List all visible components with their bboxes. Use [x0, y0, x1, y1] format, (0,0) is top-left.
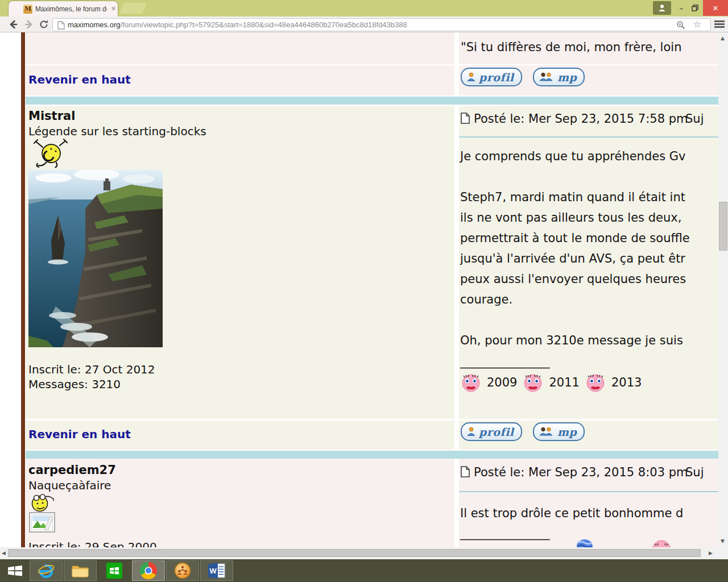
url-path: /forum/viewtopic.php?t=57925&start=1880&…	[120, 20, 407, 29]
scrollbar-corner	[718, 547, 728, 559]
url-domain: maximomes.org	[68, 20, 120, 29]
post-icon	[461, 466, 470, 477]
vertical-scrollbar[interactable]: ▲ ▼	[718, 32, 728, 547]
body-line: ils ne vont pas ailleurs tous les deux,	[460, 207, 690, 228]
forum-page: "Si tu diffères de moi, mon frère, loin …	[0, 32, 718, 547]
pink-face-icon	[585, 372, 606, 393]
svg-text:W: W	[210, 567, 217, 575]
scroll-left-icon[interactable]: ◀	[2, 551, 6, 556]
signature-divider: _______________	[460, 355, 550, 368]
taskbar-item-chrome[interactable]	[132, 560, 165, 581]
post-author-name: Mistral	[28, 109, 75, 123]
address-bar[interactable]: maximomes.org/forum/viewtopic.php?t=5792…	[52, 18, 711, 31]
body-line: Steph7, mardi matin quand il était int	[460, 187, 690, 207]
site-favicon-icon: M	[23, 5, 32, 14]
blue-smiley-partial-icon	[576, 538, 593, 547]
post-body-text: Je comprends que tu appréhendes Gv Steph…	[460, 146, 690, 351]
post-separator-band	[26, 97, 718, 105]
profil-button[interactable]: profil	[461, 68, 522, 86]
person-icon	[658, 4, 666, 12]
signature-year: 2011	[549, 376, 579, 389]
profil-button[interactable]: profil	[461, 422, 522, 441]
reload-icon	[39, 19, 49, 30]
post-author-name: carpediem27	[28, 463, 116, 477]
post-author-joined: Inscrit le: 29 Sep 2000	[28, 540, 157, 547]
back-to-top-link[interactable]: Revenir en haut	[28, 427, 131, 441]
screen: M Maximômes, le forum des ✕ – ✕	[0, 0, 728, 582]
body-line: Je comprends que tu appréhendes Gv	[460, 146, 690, 167]
scroll-right-icon[interactable]: ▶	[709, 551, 713, 556]
post-author-cell: Mistral Légende sur les starting-blocks	[26, 106, 454, 419]
profile-avatar-button[interactable]	[653, 1, 671, 15]
pink-smiley-partial-icon	[651, 539, 672, 547]
post-body-cell: Posté le: Mer Sep 23, 2015 7:58 pm Suj J…	[459, 106, 718, 419]
taskbar-item-file-explorer[interactable]	[64, 560, 97, 581]
reload-button[interactable]	[38, 18, 50, 31]
windows-logo-icon	[8, 565, 23, 576]
taskbar-item-word[interactable]: W	[200, 560, 233, 581]
taskbar-item-notes[interactable]	[166, 560, 199, 581]
prev-post-body-cell: "Si tu diffères de moi, mon frère, loin	[459, 32, 718, 64]
two-persons-icon	[539, 72, 554, 82]
back-row-right: profil mp	[459, 65, 718, 95]
back-button[interactable]	[7, 18, 19, 31]
scroll-up-icon[interactable]: ▲	[721, 36, 725, 41]
body-line: peux aussi l'envoyer quelques heures	[460, 269, 690, 289]
mp-button-label: mp	[557, 71, 577, 84]
page-icon	[57, 21, 65, 30]
body-line: Oh, pour mon 3210e message je suis	[460, 330, 690, 351]
mp-button[interactable]: mp	[533, 422, 585, 441]
body-line	[460, 310, 690, 330]
mp-button-label: mp	[557, 426, 577, 438]
signature-smiley-row: 2009 2011	[460, 372, 642, 393]
browser-tab[interactable]: M Maximômes, le forum des ✕	[8, 1, 118, 17]
zoom-button[interactable]	[676, 20, 685, 32]
new-tab-button[interactable]	[119, 3, 147, 14]
signature-year: 2009	[487, 376, 517, 389]
tab-title: Maximômes, le forum des	[35, 5, 107, 14]
back-icon	[7, 19, 19, 30]
forward-button[interactable]	[23, 18, 35, 31]
mp-button[interactable]: mp	[533, 68, 585, 86]
vertical-scrollbar-thumb[interactable]	[719, 202, 727, 251]
back-to-top-link[interactable]: Revenir en haut	[28, 73, 131, 86]
two-persons-icon	[539, 427, 554, 436]
restore-button[interactable]	[688, 1, 702, 15]
body-line: Il est trop drôle ce petit bonhomme d	[460, 503, 683, 523]
scroll-down-icon[interactable]: ▼	[721, 539, 725, 544]
broken-image-icon	[29, 512, 55, 533]
prev-post-author-cell	[26, 32, 454, 64]
back-row-left: Revenir en haut	[26, 421, 454, 450]
taskbar-item-store[interactable]	[98, 560, 131, 581]
post-subject-fragment: Suj	[685, 112, 704, 126]
post-header-divider	[459, 136, 718, 138]
signature-divider: _______________	[460, 526, 550, 540]
back-row-left: Revenir en haut	[26, 65, 454, 95]
post-date: Posté le: Mer Sep 23, 2015 8:03 pm	[474, 465, 688, 479]
table-border	[21, 32, 25, 547]
browser-tab-strip: M Maximômes, le forum des ✕ – ✕	[0, 0, 728, 16]
tab-close-icon[interactable]: ✕	[111, 5, 116, 13]
folder-icon	[71, 563, 89, 578]
zoom-icon	[676, 20, 685, 30]
pink-face-icon	[460, 372, 482, 393]
close-button[interactable]: ✕	[703, 0, 728, 16]
body-line: courage.	[460, 289, 690, 310]
horizontal-scrollbar-thumb[interactable]	[8, 549, 701, 557]
body-line: permettrait à tout le monde de souffle	[460, 228, 690, 248]
horizontal-scrollbar[interactable]: ◀ ▶	[0, 547, 718, 559]
person-icon	[467, 72, 475, 82]
taskbar: W ▲ 09:40	[0, 559, 728, 582]
back-row-right: profil mp	[459, 421, 718, 450]
post-header-divider	[459, 491, 718, 492]
body-line: jusqu'à l'arrivée d'un AVS, ça peut êtr	[460, 248, 690, 269]
post-author-rank: Naqueçaàfaire	[28, 479, 111, 492]
bookmark-star-icon[interactable]: ☆	[693, 19, 701, 30]
word-icon: W	[208, 563, 225, 579]
minimize-button[interactable]: –	[675, 1, 688, 15]
taskbar-item-internet-explorer[interactable]	[30, 560, 63, 581]
start-button[interactable]	[2, 560, 28, 581]
post-body-cell: Posté le: Mer Sep 23, 2015 8:03 pm Suj I…	[459, 459, 718, 547]
menu-icon[interactable]	[714, 20, 725, 28]
chrome-icon	[140, 562, 157, 579]
